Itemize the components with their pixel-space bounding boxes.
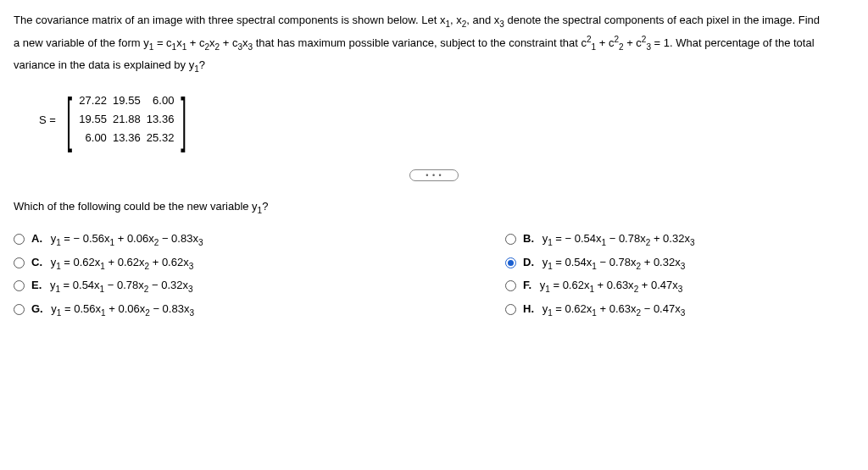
text: variance in the data is explained by y: [14, 58, 194, 71]
radio-e[interactable]: [14, 280, 25, 291]
radio-b[interactable]: [505, 234, 516, 245]
matrix-row-2: 19.55 21.88 13.36: [79, 110, 174, 129]
option-f-text: F. y1 = 0.62x1 + 0.63x2 + 0.47x3: [523, 279, 682, 294]
covariance-matrix: S = [ 27.22 19.55 6.00 19.55 21.88 13.36…: [39, 88, 854, 151]
option-c-text: C. y1 = 0.62x1 + 0.62x2 + 0.62x3: [31, 256, 193, 271]
answer-options: A. y1 = − 0.56x1 + 0.06x2 − 0.83x3 B. y1…: [14, 232, 827, 317]
option-h-text: H. y1 = 0.62x1 + 0.63x2 − 0.47x3: [523, 302, 685, 318]
text: a new variable of the form y: [14, 36, 149, 49]
radio-d[interactable]: [505, 257, 516, 268]
option-a-text: A. y1 = − 0.56x1 + 0.06x2 − 0.83x3: [31, 232, 203, 247]
option-letter: F.: [523, 279, 531, 291]
option-h[interactable]: H. y1 = 0.62x1 + 0.63x2 − 0.47x3: [505, 302, 827, 318]
option-letter: E.: [31, 279, 42, 291]
option-e[interactable]: E. y1 = 0.54x1 − 0.78x2 − 0.32x3: [14, 279, 336, 294]
option-b-text: B. y1 = − 0.54x1 − 0.78x2 + 0.32x3: [523, 232, 694, 247]
text: ?: [199, 58, 205, 71]
text: that has maximum possible variance, subj…: [253, 36, 587, 49]
option-letter: D.: [523, 256, 534, 268]
matrix-label: S =: [39, 113, 56, 126]
option-letter: B.: [523, 232, 534, 245]
radio-g[interactable]: [14, 304, 25, 315]
option-e-text: E. y1 = 0.54x1 − 0.78x2 − 0.32x3: [31, 279, 193, 294]
radio-c[interactable]: [14, 257, 25, 268]
matrix-row-3: 6.00 13.36 25.32: [79, 129, 174, 147]
option-g[interactable]: G. y1 = 0.56x1 + 0.06x2 − 0.83x3: [14, 302, 336, 318]
option-letter: A.: [31, 232, 42, 245]
text: denote the spectral components of each p…: [504, 14, 820, 26]
bracket-right-icon: ]: [181, 96, 187, 143]
text: = c: [153, 36, 171, 49]
radio-h[interactable]: [505, 304, 516, 315]
text: , x: [450, 14, 462, 26]
text: ?: [262, 200, 268, 213]
bracket-left-icon: [: [66, 96, 72, 143]
section-divider[interactable]: • • •: [14, 168, 854, 181]
option-d-text: D. y1 = 0.54x1 − 0.78x2 + 0.32x3: [523, 256, 685, 271]
radio-f[interactable]: [505, 280, 516, 291]
option-d[interactable]: D. y1 = 0.54x1 − 0.78x2 + 0.32x3: [505, 256, 827, 271]
text: , and x: [466, 14, 499, 26]
option-c[interactable]: C. y1 = 0.62x1 + 0.62x2 + 0.62x3: [14, 256, 336, 271]
text: = 1. What percentage of the total: [651, 36, 815, 49]
text: + c: [596, 36, 614, 49]
text: + c: [624, 36, 642, 49]
radio-a[interactable]: [14, 234, 25, 245]
text: Which of the following could be the new …: [14, 200, 258, 213]
ellipsis-icon: • • •: [409, 169, 458, 181]
option-letter: H.: [523, 302, 534, 315]
matrix-values: 27.22 19.55 6.00 19.55 21.88 13.36 6.00 …: [77, 88, 175, 151]
text: The covariance matrix of an image with t…: [14, 14, 445, 26]
option-letter: C.: [31, 256, 42, 268]
option-a[interactable]: A. y1 = − 0.56x1 + 0.06x2 − 0.83x3: [14, 232, 336, 247]
option-b[interactable]: B. y1 = − 0.54x1 − 0.78x2 + 0.32x3: [505, 232, 827, 247]
option-f[interactable]: F. y1 = 0.62x1 + 0.63x2 + 0.47x3: [505, 279, 827, 294]
text: + c: [186, 36, 204, 49]
text: + c: [220, 36, 237, 49]
sub-question: Which of the following could be the new …: [14, 200, 854, 215]
problem-statement: The covariance matrix of an image with t…: [14, 10, 854, 76]
option-g-text: G. y1 = 0.56x1 + 0.06x2 − 0.83x3: [31, 302, 194, 318]
option-letter: G.: [31, 302, 43, 315]
matrix-row-1: 27.22 19.55 6.00: [79, 91, 174, 110]
